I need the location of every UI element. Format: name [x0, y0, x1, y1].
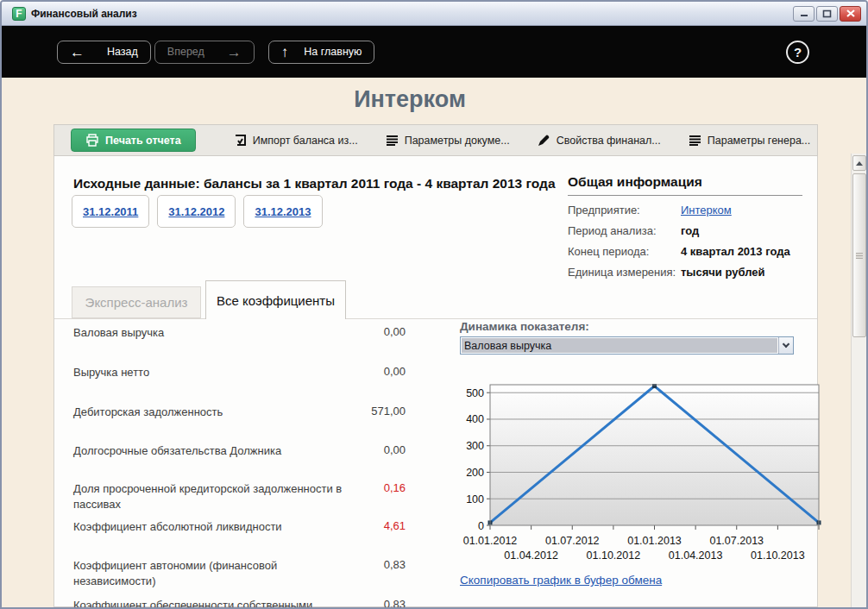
coefficient-row: Дебиторская задолженность571,00 [73, 405, 406, 420]
svg-text:01.04.2013: 01.04.2013 [669, 549, 723, 562]
indicator-select[interactable]: Валовая выручка [460, 336, 794, 355]
window-title: Финансовый анализ [31, 8, 137, 20]
app-icon: F [12, 7, 26, 21]
coefficient-value: 571,00 [371, 405, 406, 420]
toolbar-button-4[interactable]: Свойства финанал... [538, 134, 661, 147]
toolbar-button-1[interactable]: Печать отчета [71, 129, 196, 152]
coefficient-row: Выручка нетто0,00 [73, 365, 406, 380]
dynamics-label: Динамика показателя: [460, 320, 589, 333]
coefficient-value: 0,83 [384, 598, 406, 607]
info-value: тысячи рублей [681, 266, 764, 279]
vertical-scrollbar[interactable] [851, 154, 866, 607]
svg-text:01.04.2012: 01.04.2012 [504, 549, 558, 562]
general-info-block: Общая информация Предприятие:ИнтеркомПер… [568, 174, 802, 279]
report-toolbar: Печать отчетаИмпорт баланса из...Парамет… [53, 124, 818, 156]
balance-date-button-3[interactable]: 31.12.2013 [243, 195, 322, 228]
info-row-1: Предприятие:Интерком [568, 204, 802, 217]
page-title: Интерком [2, 86, 818, 113]
info-label: Единица измерения: [568, 266, 681, 279]
indicator-selected-value: Валовая выручка [462, 338, 777, 353]
coefficient-value: 0,00 [384, 365, 406, 380]
balance-date-link[interactable]: 31.12.2013 [255, 205, 311, 218]
coefficient-name: Коэффициент абсолютной ликвидности [73, 519, 348, 535]
coefficient-name: Дебиторская задолженность [73, 405, 348, 420]
minimize-button[interactable] [793, 6, 815, 22]
maximize-button[interactable] [816, 6, 838, 22]
tab-all-coefficients[interactable]: Все коэффициенты [205, 280, 346, 319]
document-params-icon [386, 135, 399, 146]
info-row-3: Конец периода:4 квартал 2013 года [568, 245, 802, 258]
toolbar-button-3[interactable]: Параметры докуме... [386, 135, 510, 147]
info-row-4: Единица измерения:тысячи рублей [568, 266, 802, 279]
coefficient-row: Долгосрочные обязательства Должника0,00 [73, 443, 406, 459]
balance-date-button-2[interactable]: 31.12.2012 [157, 195, 236, 228]
generation-params-icon [689, 135, 701, 146]
info-value: 4 квартал 2013 года [681, 245, 790, 258]
toolbar-button-label: Импорт баланса из... [253, 135, 358, 147]
close-button[interactable] [840, 6, 861, 22]
chevron-down-icon[interactable] [778, 337, 793, 354]
main-content: Интерком Печать отчетаИмпорт баланса из.… [2, 78, 866, 607]
forward-button[interactable]: Вперед → [154, 41, 255, 64]
home-button[interactable]: ↑ На главную [268, 41, 375, 64]
toolbar-button-label: Свойства финанал... [557, 135, 661, 147]
coefficient-row: Коэффициент абсолютной ликвидности4,61 [73, 519, 406, 535]
forward-button-label: Вперед [167, 46, 204, 58]
coefficient-row: Доля просроченной кредиторской задолженн… [73, 481, 406, 512]
printer-icon [85, 134, 99, 147]
coefficient-value: 0,16 [384, 481, 406, 512]
coefficient-value: 0,00 [384, 443, 406, 459]
scroll-up-button[interactable] [852, 155, 866, 171]
svg-text:0: 0 [478, 520, 484, 532]
arrow-up-icon: ↑ [281, 45, 289, 60]
info-value: год [681, 224, 699, 237]
triangle-up-icon [856, 161, 863, 166]
coefficient-name: Долгосрочные обязательства Должника [73, 443, 348, 459]
enterprise-link[interactable]: Интерком [681, 204, 732, 217]
balance-date-button-1[interactable]: 31.12.2011 [72, 195, 149, 228]
balance-date-link[interactable]: 31.12.2012 [168, 205, 224, 218]
tab-underline [54, 318, 817, 319]
title-bar: F Финансовый анализ [2, 2, 866, 26]
coefficient-name: Выручка нетто [73, 365, 348, 380]
navigation-bar: ← Назад Вперед → ↑ На главную ? [2, 26, 866, 78]
arrow-right-icon: → [227, 45, 242, 60]
toolbar-button-2[interactable]: Импорт баланса из... [234, 134, 358, 147]
coefficient-name: Доля просроченной кредиторской задолженн… [73, 481, 348, 512]
svg-text:01.07.2012: 01.07.2012 [545, 535, 600, 547]
dynamics-chart: 010020030040050001.01.201201.07.201201.0… [432, 379, 846, 567]
pen-icon [538, 134, 550, 147]
svg-text:300: 300 [466, 440, 484, 452]
source-data-heading: Исходные данные: балансы за 1 квартал 20… [73, 176, 556, 191]
svg-text:01.10.2013: 01.10.2013 [751, 549, 805, 562]
coefficient-value: 0,83 [384, 558, 406, 588]
svg-text:01.01.2013: 01.01.2013 [627, 535, 682, 547]
svg-text:400: 400 [466, 413, 484, 425]
svg-text:100: 100 [466, 493, 484, 505]
tab-express-analysis[interactable]: Экспресс-анализ [72, 286, 201, 318]
close-icon [846, 9, 855, 17]
scrollbar-thumb[interactable] [852, 173, 866, 337]
coefficient-row: Валовая выручка0,00 [73, 325, 406, 341]
help-button[interactable]: ? [786, 41, 809, 64]
import-icon [234, 134, 247, 147]
back-button[interactable]: ← Назад [57, 41, 151, 64]
toolbar-button-5[interactable]: Параметры генера... [689, 135, 811, 147]
balance-date-link[interactable]: 31.12.2011 [83, 205, 138, 218]
coefficient-value: 4,61 [384, 519, 406, 535]
coefficient-row: Коэффициент автономии (финансовой незави… [73, 558, 406, 588]
maximize-icon [822, 9, 832, 18]
coefficient-name: Коэффициент обеспеченности собственными … [73, 598, 348, 607]
copy-chart-link[interactable]: Скопировать график в буфер обмена [460, 574, 662, 587]
arrow-left-icon: ← [70, 45, 85, 60]
coefficient-name: Валовая выручка [73, 325, 348, 341]
info-row-2: Период анализа:год [568, 224, 802, 237]
app-window: F Финансовый анализ ← Назад Вперед → ↑ Н… [0, 0, 868, 609]
svg-text:200: 200 [466, 467, 484, 479]
back-button-label: Назад [107, 46, 138, 58]
svg-text:500: 500 [466, 387, 484, 399]
svg-text:01.07.2013: 01.07.2013 [709, 535, 764, 547]
general-info-heading: Общая информация [568, 174, 802, 196]
coefficient-value: 0,00 [384, 325, 406, 341]
home-button-label: На главную [304, 46, 362, 58]
